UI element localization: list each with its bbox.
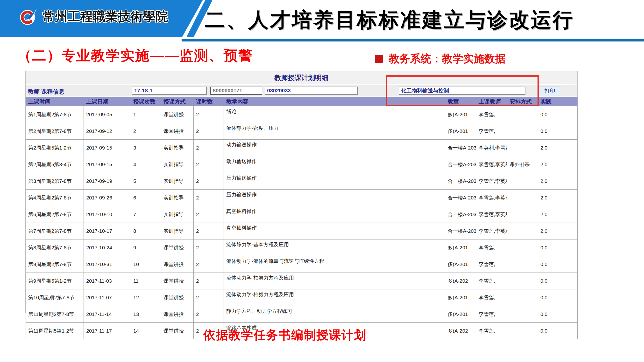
table-cell: 实训指导 [161,206,194,223]
teacher-no-input[interactable] [210,87,262,95]
table-cell: 2 [194,306,224,323]
table-cell: 多(A-202 [445,273,476,289]
column-header: 授课次数 [131,97,161,106]
table-cell: 李雪莲, [476,256,507,273]
table-cell: 2.0 [538,173,578,189]
table-cell: 第2周星期5第1-2节 [26,140,84,156]
table-cell: 实训指导 [161,156,194,173]
table-cell: 2017-09-05 [84,106,131,123]
table-cell: 多(A-201 [445,123,476,140]
table-cell: 2.0 [538,189,578,206]
table-cell: 多(A-201 [445,239,476,256]
table-cell: 李雪莲, [476,323,507,339]
table-cell: 2017-09-12 [84,123,131,140]
table-cell [507,239,538,256]
table-cell: 李雪莲,李英利, [476,223,507,239]
table-cell: 课堂讲授 [161,256,194,273]
filter-label: 教师 课程信息 [28,88,64,96]
table-cell: 4 [131,156,161,173]
table-cell: 第9周星期2第7-8节 [26,256,84,273]
table-cell: 7 [131,206,161,223]
slide-title: 二、人才培养目标标准建立与诊改运行 [205,6,634,34]
table-cell [507,140,538,156]
table-cell: 2 [194,273,224,289]
table-cell: 13 [131,306,161,323]
table-cell: 压力输送操作 [224,189,445,206]
table-cell: 第3周星期2第7-8节 [26,173,84,189]
table-cell: 2 [194,189,224,206]
table-cell: 第4周星期2第7-8节 [26,189,84,206]
table-cell [507,206,538,223]
table-cell: 0.0 [538,256,578,273]
term-input[interactable] [132,87,207,95]
table-cell: 2 [194,239,224,256]
table-cell: 2.0 [538,140,578,156]
table-cell: 第11周星期5第1-2节 [26,323,84,339]
table-cell: 真空抽料操作 [224,206,445,223]
table-cell: 李雪莲,李英利, [476,189,507,206]
table-row: 第11周星期2第7-8节2017-11-1413课堂讲授2静力学方程、动力学方程… [26,306,578,323]
table-row: 第4周星期2第7-8节2017-09-266实训指导2压力输送操作合一楼A-20… [26,189,578,206]
table-cell: 0.0 [538,289,578,306]
table-cell: 0.0 [538,273,578,289]
annotation-box [386,75,539,106]
table-row: 第7周星期2第7-8节2017-10-178实训指导2真空抽料操作合一楼A-20… [26,223,578,239]
table-cell: 多(A-202 [445,323,476,339]
print-button[interactable]: 打印 [539,87,561,95]
table-cell: 李雪莲, [476,106,507,123]
table-cell: 第6周星期2第7-8节 [26,206,84,223]
table-cell: 2017-11-17 [84,323,131,339]
column-header: 实践 [538,97,578,106]
table-cell: 李雪莲,李英利, [476,173,507,189]
section-heading: （二）专业教学实施——监测、预警 [18,46,253,65]
table-row: 第8周星期2第7-8节2017-10-249课堂讲授2流体静力学-基本方程及应用… [26,239,578,256]
table-cell [507,106,538,123]
table-cell: 6 [131,189,161,206]
table-cell [507,123,538,140]
table-cell: 2 [194,173,224,189]
table-cell: 3 [131,140,161,156]
bullet-item: 教务系统：教学实施数据 [375,52,506,66]
table-cell: 李英利,李雪莲, [476,140,507,156]
schedule-table: 上课时间上课日期授课次数授课方式课时数教学内容教室上课教师安排方式实践 第1周星… [26,97,578,339]
table-cell: 2 [194,223,224,239]
table-cell: 2017-09-26 [84,189,131,206]
table-cell: 动力输送操作 [224,140,445,156]
table-cell: 课堂讲授 [161,306,194,323]
table-cell: 实训指导 [161,189,194,206]
table-cell [507,173,538,189]
table-cell: 第10周星期2第7-8节 [26,289,84,306]
table-cell [507,256,538,273]
table-cell: 1 [131,106,161,123]
table-cell: 李雪莲,李英利, [476,156,507,173]
table-cell: 2 [194,289,224,306]
table-cell: 12 [131,289,161,306]
table-cell: 李雪莲, [476,239,507,256]
table-cell: 2 [194,123,224,140]
header-divider-line [182,39,644,41]
table-cell: 压力输送操作 [224,173,445,189]
table-cell: 2.0 [538,156,578,173]
table-cell: 合一楼A-203, [445,140,476,156]
course-no-input[interactable] [265,87,358,95]
table-cell [507,289,538,306]
table-row: 第6周星期2第7-8节2017-10-107实训指导2真空抽料操作合一楼A-20… [26,206,578,223]
bullet-label: 教务系统：教学实施数据 [389,52,506,66]
table-cell: 课堂讲授 [161,273,194,289]
table-cell: 5 [131,173,161,189]
table-row: 第1周星期2第7-8节2017-09-051课堂讲授2绪论多(A-201李雪莲,… [26,106,578,123]
table-cell: 实训指导 [161,223,194,239]
table-cell [507,223,538,239]
table-cell: 2017-11-07 [84,289,131,306]
table-cell: 2 [194,206,224,223]
table-row: 第2周星期5第1-2节2017-09-153实训指导2动力输送操作合一楼A-20… [26,140,578,156]
table-cell: 2.0 [538,206,578,223]
table-cell: 9 [131,239,161,256]
table-cell: 多(A-201 [445,289,476,306]
table-row: 第9周星期5第1-2节2017-11-0311课堂讲授2流体动力学-柏努力方程及… [26,273,578,289]
table-cell: 第1周星期2第7-8节 [26,106,84,123]
table-cell: 2 [194,256,224,273]
table-cell: 第7周星期2第7-8节 [26,223,84,239]
table-cell: 8 [131,223,161,239]
edu-system-panel: 教师授课计划明细 教师 课程信息 打印 上课时间上课日期授课次数授课方式课时数教… [25,71,578,313]
